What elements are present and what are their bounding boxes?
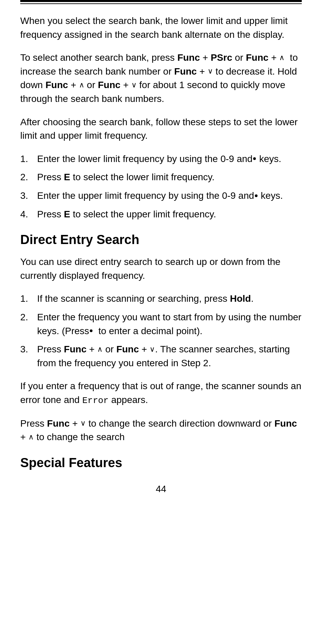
list-number-step3: 3.	[20, 343, 37, 356]
chevron-down-icon-3: ∨	[150, 346, 155, 353]
bold-func6: Func	[64, 344, 86, 354]
bold-func8: Func	[47, 418, 70, 429]
list-number-step1: 1.	[20, 292, 37, 306]
list-number-1: 1.	[20, 152, 37, 166]
bold-func1: Func	[177, 52, 200, 63]
chevron-up-icon-4: ∧	[28, 433, 34, 441]
list-content-step3: Press Func + ∧ or Func + ∨. The scanner …	[37, 343, 302, 370]
bold-psrc: PSrc	[211, 52, 232, 63]
list-number-4: 4.	[20, 208, 37, 221]
list-content-3: Enter the upper limit frequency by using…	[37, 189, 302, 203]
bullet-dot-3	[90, 329, 92, 332]
chevron-down-icon-4: ∨	[80, 420, 86, 427]
list-item-1: 1. Enter the lower limit frequency by us…	[20, 152, 302, 166]
chevron-up-icon-3: ∧	[97, 346, 103, 353]
list-content-step1: If the scanner is scanning or searching,…	[37, 292, 302, 306]
list-item-3: 3. Enter the upper limit frequency by us…	[20, 189, 302, 203]
list-item-step1: 1. If the scanner is scanning or searchi…	[20, 292, 302, 306]
paragraph-search-direction: Press Func + ∨ to change the search dire…	[20, 417, 302, 444]
list-number-step2: 2.	[20, 311, 37, 324]
list-number-2: 2.	[20, 170, 37, 184]
bullet-dot-1	[253, 157, 256, 160]
chevron-down-icon-1: ∨	[208, 68, 213, 75]
list-item-2: 2. Press E to select the lower limit fre…	[20, 170, 302, 184]
paragraph-search-bank-intro: When you select the search bank, the low…	[20, 14, 302, 42]
chevron-up-icon-2: ∧	[79, 81, 84, 89]
list-item-4: 4. Press E to select the upper limit fre…	[20, 208, 302, 221]
list-number-3: 3.	[20, 189, 37, 203]
bold-func4: Func	[46, 80, 68, 90]
top-rule-thin	[20, 3, 302, 4]
bold-func2: Func	[246, 52, 268, 63]
bold-hold: Hold	[230, 293, 251, 304]
chevron-down-icon-2: ∨	[131, 81, 137, 89]
list-item-step2: 2. Enter the frequency you want to start…	[20, 311, 302, 338]
top-rule-thick	[20, 0, 302, 2]
bold-e-1: E	[64, 172, 70, 182]
bold-func7: Func	[116, 344, 139, 354]
paragraph-out-of-range: If you enter a frequency that is out of …	[20, 379, 302, 407]
list-content-step2: Enter the frequency you want to start fr…	[37, 311, 302, 338]
section-heading-direct-entry: Direct Entry Search	[20, 231, 302, 249]
paragraph-direct-entry-intro: You can use direct entry search to searc…	[20, 255, 302, 283]
page-container: When you select the search bank, the low…	[0, 0, 322, 644]
page-number: 44	[20, 482, 302, 496]
paragraph-after-choosing: After choosing the search bank, follow t…	[20, 115, 302, 143]
section-heading-special-features: Special Features	[20, 454, 302, 472]
list-content-2: Press E to select the lower limit freque…	[37, 170, 302, 184]
list-content-1: Enter the lower limit frequency by using…	[37, 152, 302, 166]
bold-func3: Func	[174, 66, 197, 77]
monospace-error: Error	[82, 396, 109, 406]
list-item-step3: 3. Press Func + ∧ or Func + ∨. The scann…	[20, 343, 302, 370]
paragraph-func-keys: To select another search bank, press Fun…	[20, 51, 302, 106]
bold-func9: Func	[274, 418, 297, 429]
bullet-dot-2	[255, 194, 258, 197]
list-set-frequency: 1. Enter the lower limit frequency by us…	[20, 152, 302, 221]
list-content-4: Press E to select the upper limit freque…	[37, 208, 302, 221]
bold-func5: Func	[98, 80, 120, 90]
list-direct-entry-steps: 1. If the scanner is scanning or searchi…	[20, 292, 302, 370]
chevron-up-icon-1: ∧	[279, 54, 285, 61]
bold-e-2: E	[64, 209, 70, 219]
